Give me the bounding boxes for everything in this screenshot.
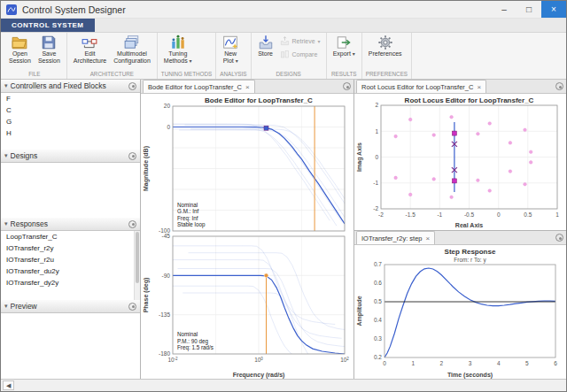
svg-text:102: 102 [340, 357, 349, 364]
panel-header-designs[interactable]: ▾Designs [1, 150, 140, 163]
svg-text:0: 0 [167, 124, 170, 130]
store-label: Store [258, 50, 273, 58]
svg-text:-135: -135 [159, 311, 170, 318]
compare-button: Compare [278, 50, 322, 59]
export-button[interactable]: Export ▾ [330, 34, 358, 58]
svg-text:2: 2 [375, 102, 378, 108]
preferences-button[interactable]: Preferences [366, 34, 405, 58]
close-icon[interactable]: × [245, 83, 250, 91]
list-item[interactable]: C [1, 104, 140, 116]
folder-open-icon [12, 35, 27, 50]
panel-menu-icon[interactable] [555, 82, 563, 90]
close-icon[interactable]: × [426, 234, 431, 242]
panel-header-controllers-and-fixed-blocks[interactable]: ▾Controllers and Fixed Blocks [1, 80, 140, 93]
open-session-button[interactable]: OpenSession [6, 34, 34, 65]
tuning-methods-button[interactable]: TuningMethods ▾ [161, 34, 195, 65]
y-axis-label: Amplitude [356, 296, 363, 326]
sidebar-panel-controllers-and-fixed-blocks: ▾Controllers and Fixed BlocksFCGH [1, 80, 140, 150]
tab-root-locus-editor[interactable]: Root Locus Editor for LoopTransfer_C × [356, 80, 486, 93]
pole-cloud-dot [509, 142, 512, 145]
svg-text:0.2: 0.2 [374, 354, 382, 360]
svg-text:-2: -2 [378, 211, 384, 218]
list-item[interactable]: IOTransfer_dy2y [1, 277, 140, 288]
store-button[interactable]: Store [255, 34, 276, 58]
open-session-label: OpenSession [9, 50, 31, 65]
pole-cloud-dot [529, 150, 532, 154]
new-plot-icon [222, 35, 238, 50]
svg-text:0.4: 0.4 [374, 317, 382, 323]
svg-text:-45: -45 [162, 234, 171, 239]
step-response-plot[interactable]: 01234560.20.30.40.50.60.7Step ResponseFr… [354, 245, 566, 380]
list-item[interactable]: G [1, 116, 140, 127]
panel-menu-icon[interactable] [128, 303, 136, 311]
list-item[interactable]: LoopTransfer_C [1, 231, 140, 242]
toolbar-group-label: RESULTS [330, 70, 358, 79]
panel-title: Preview [11, 302, 126, 311]
dropdown-arrow-icon: ▾ [190, 58, 192, 64]
panel-menu-icon[interactable] [128, 220, 136, 228]
list-item[interactable]: IOTransfer_r2u [1, 254, 140, 265]
panel-menu-icon[interactable] [555, 234, 563, 242]
toolbar-group-label: FILE [6, 70, 63, 79]
preview-list [1, 313, 140, 379]
pole-cloud-dot [450, 196, 454, 199]
edit-architecture-button[interactable]: EditArchitecture [71, 34, 109, 65]
svg-text:-1.5: -1.5 [406, 211, 416, 218]
plot-annotation: Stable loop [177, 221, 206, 228]
svg-text:-1: -1 [373, 180, 378, 186]
tab-root-locus-label: Root Locus Editor for LoopTransfer_C [361, 83, 473, 91]
plot-annotation: Nominal [177, 202, 198, 208]
tab-step-response[interactable]: IOTransfer_r2y: step × [356, 231, 435, 244]
minimize-button[interactable]: – [492, 1, 517, 18]
new-plot-button[interactable]: NewPlot ▾ [220, 34, 241, 65]
svg-text:100: 100 [254, 357, 263, 364]
gain-crossover-marker[interactable] [264, 126, 268, 130]
main-area: ▾Controllers and Fixed BlocksFCGH▾Design… [1, 80, 566, 379]
close-icon[interactable]: × [477, 83, 481, 91]
list-item[interactable]: IOTransfer_r2y [1, 242, 140, 254]
pole-cloud-dot [524, 182, 527, 186]
svg-text:1: 1 [555, 211, 559, 218]
save-icon [41, 35, 57, 50]
sidebar-panel-designs: ▾Designs [1, 150, 140, 218]
maximize-button[interactable]: □ [517, 1, 541, 18]
panel-header-preview[interactable]: ▾Preview [1, 300, 140, 313]
export-label: Export ▾ [333, 50, 355, 58]
scrollbar-thumb[interactable] [136, 232, 139, 283]
tab-bode-editor[interactable]: Bode Editor for LoopTransfer_C × [143, 80, 255, 93]
phase-margin-marker[interactable] [264, 273, 268, 278]
svg-text:0.7: 0.7 [374, 261, 382, 267]
list-item[interactable]: F [1, 93, 140, 104]
panel-header-responses[interactable]: ▾Responses [1, 218, 140, 231]
list-item[interactable]: IOTransfer_du2y [1, 265, 140, 277]
panel-menu-icon[interactable] [343, 82, 351, 90]
status-scroll-left[interactable]: ◀ [3, 380, 14, 390]
toolbar-group-analysis: NewPlot ▾ANALYSIS [216, 33, 251, 79]
toolbar-group-results: Export ▾RESULTS [327, 33, 362, 79]
panel-menu-icon[interactable] [128, 82, 136, 90]
scrollbar[interactable] [134, 231, 140, 300]
preferences-label: Preferences [369, 50, 402, 58]
closed-loop-pole-marker[interactable] [452, 131, 456, 135]
svg-text:5: 5 [525, 360, 529, 366]
list-item[interactable]: H [1, 127, 140, 139]
close-button[interactable]: × [541, 1, 566, 18]
svg-text:0: 0 [375, 154, 378, 160]
multimodel-configuration-button[interactable]: MultimodelConfiguration [111, 34, 153, 65]
controllers-and-fixed-blocks-list: FCGH [1, 93, 140, 150]
compare-label: Compare [292, 51, 318, 58]
root-locus-plot[interactable]: -2-1.5-1-0.500.51-2-1012Root Locus Edito… [354, 94, 566, 231]
bode-phase-plot[interactable]: 10-2100102-45-90-135-180NominalP.M.: 90 … [141, 234, 353, 380]
svg-text:0.3: 0.3 [374, 335, 382, 342]
pole-cloud-dot [524, 128, 527, 132]
tab-control-system[interactable]: CONTROL SYSTEM [1, 19, 95, 32]
save-session-button[interactable]: SaveSession [35, 34, 63, 65]
document-area: Bode Editor for LoopTransfer_C × 200-100… [141, 80, 566, 379]
panel-menu-icon[interactable] [128, 152, 136, 160]
chevron-down-icon: ▾ [4, 82, 8, 89]
closed-loop-pole-marker[interactable] [452, 179, 456, 183]
x-axis-label: Frequency (rad/s) [233, 372, 285, 379]
y-axis-label: Phase (deg) [143, 278, 150, 313]
bode-magnitude-plot[interactable]: 200-100NominalG.M.: InfFreq: InfStable l… [141, 94, 353, 234]
edit-architecture-label: EditArchitecture [74, 50, 106, 65]
